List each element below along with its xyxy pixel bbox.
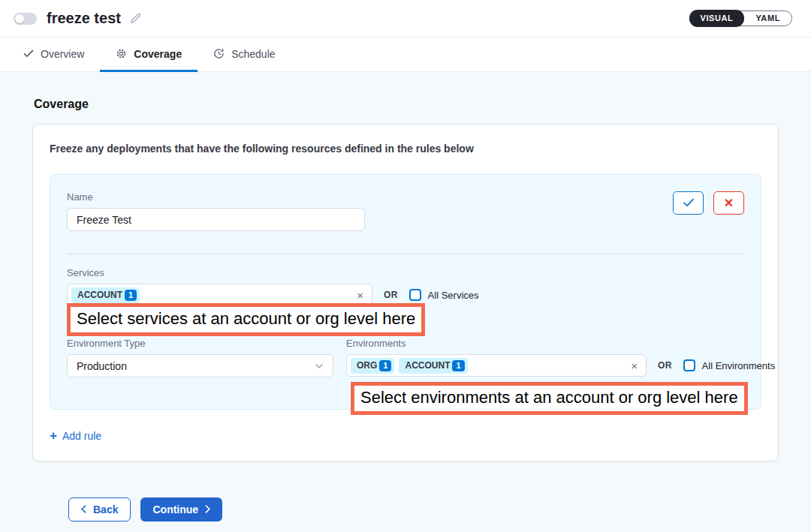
environments-label: Environments	[346, 338, 775, 349]
services-label: Services	[67, 267, 744, 278]
environment-type-select[interactable]: Production	[67, 354, 333, 377]
apply-rule-button[interactable]	[673, 191, 704, 215]
tab-overview[interactable]: Overview	[8, 38, 100, 72]
coverage-page: Coverage Freeze any deployments that hav…	[0, 72, 811, 521]
rule-divider	[67, 254, 744, 254]
yaml-toggle-button[interactable]: YAML	[744, 11, 791, 26]
services-or-label: OR	[384, 290, 398, 300]
environment-row: Environment Type Production Environments…	[67, 338, 744, 377]
tab-bar: Overview Coverage Schedule	[0, 38, 811, 72]
all-services-checkbox[interactable]	[409, 289, 421, 301]
page-title: freeze test	[47, 10, 121, 27]
chevron-right-icon	[205, 503, 210, 515]
back-button-label: Back	[93, 503, 118, 515]
services-field: Services ACCOUNT 1 × OR All Services	[67, 267, 744, 306]
service-tag[interactable]: ACCOUNT 1	[71, 287, 140, 303]
environment-tag[interactable]: ACCOUNT 1	[399, 358, 467, 374]
tab-coverage-label: Coverage	[134, 48, 182, 60]
services-clear-icon[interactable]: ×	[357, 290, 363, 301]
add-rule-label: Add rule	[62, 430, 101, 442]
continue-button-label: Continue	[152, 503, 198, 515]
gear-icon	[116, 48, 127, 59]
all-environments-label: All Environments	[702, 360, 776, 371]
section-title: Coverage	[34, 98, 779, 111]
annotation-environments: Select environments at an account or org…	[351, 382, 748, 415]
environments-input[interactable]: ORG 1 ACCOUNT 1 ×	[346, 354, 647, 377]
environment-tag-label: ACCOUNT	[405, 360, 450, 371]
environments-or-label: OR	[658, 360, 672, 371]
wizard-footer: Back Continue	[68, 497, 779, 521]
service-tag-count-badge: 1	[125, 290, 137, 301]
visual-toggle-button[interactable]: VISUAL	[689, 10, 745, 27]
chevron-left-icon	[81, 503, 86, 515]
environment-tag[interactable]: ORG 1	[351, 358, 394, 374]
tab-schedule-label: Schedule	[231, 48, 275, 60]
rule-confirm-buttons: ✕	[673, 191, 744, 215]
environments-field: Environments ORG 1 ACCOUNT 1 ×	[346, 338, 775, 377]
environments-clear-icon[interactable]: ×	[631, 360, 638, 371]
freeze-enable-toggle[interactable]	[14, 13, 37, 25]
visual-yaml-toggle: VISUAL YAML	[689, 11, 793, 26]
chevron-down-icon	[315, 363, 324, 369]
add-rule-button[interactable]: + Add rule	[50, 429, 101, 442]
environment-type-label: Environment Type	[67, 338, 333, 349]
check-icon	[23, 50, 34, 58]
continue-button[interactable]: Continue	[140, 497, 222, 521]
service-tag-label: ACCOUNT	[77, 290, 122, 300]
annotation-services: Select services at an account or org lev…	[67, 303, 425, 336]
checkmark-icon	[683, 197, 695, 210]
back-button[interactable]: Back	[68, 497, 131, 521]
environment-tag-count-badge: 1	[379, 360, 391, 371]
environment-tag-count-badge: 1	[452, 360, 464, 371]
toggle-knob	[15, 14, 24, 23]
tab-schedule[interactable]: Schedule	[197, 38, 291, 72]
plus-icon: +	[50, 429, 57, 442]
coverage-card: Freeze any deployments that have the fol…	[32, 124, 779, 461]
schedule-clock-icon	[213, 48, 225, 59]
tab-overview-label: Overview	[41, 48, 84, 60]
environment-tag-label: ORG	[357, 360, 377, 371]
freeze-rule-card: Name ✕ Services ACC	[50, 174, 761, 410]
card-description: Freeze any deployments that have the fol…	[50, 143, 761, 155]
all-environments-checkbox[interactable]	[683, 359, 695, 371]
all-services-label: All Services	[428, 290, 479, 301]
edit-pencil-icon[interactable]	[129, 12, 142, 25]
header: freeze test VISUAL YAML	[0, 0, 811, 38]
tab-coverage[interactable]: Coverage	[100, 38, 197, 72]
rule-name-input[interactable]	[67, 208, 365, 231]
close-icon: ✕	[724, 196, 734, 210]
discard-rule-button[interactable]: ✕	[713, 191, 744, 215]
environment-type-value: Production	[77, 360, 127, 372]
environment-type-field: Environment Type Production	[67, 338, 333, 377]
name-label: Name	[67, 191, 744, 203]
